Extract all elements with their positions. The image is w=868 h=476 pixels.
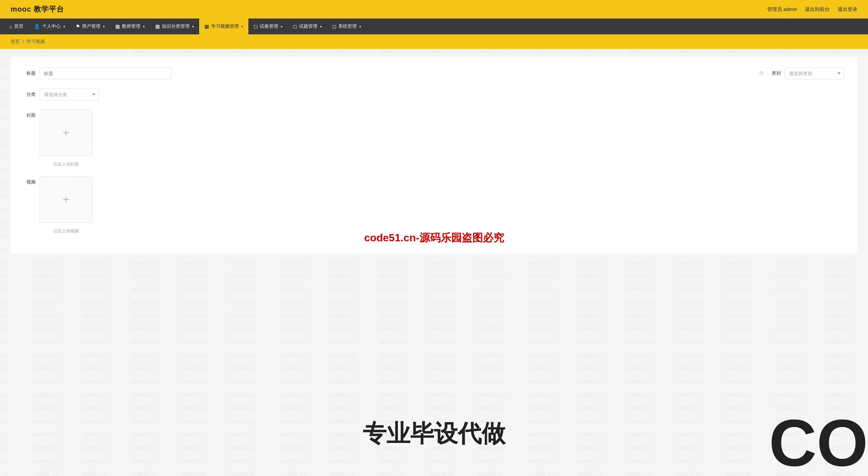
teacher-icon: ▦ bbox=[115, 24, 120, 29]
type-label: 类别 bbox=[769, 70, 781, 77]
breadcrumb-current: 学习视频 bbox=[26, 39, 45, 44]
form-card: 标题 ⏱ 类别 请选择类别 分类 请选择分类 封面 bbox=[10, 57, 858, 254]
type-select[interactable]: 请选择类别 bbox=[785, 67, 844, 79]
video-label: 视频 bbox=[24, 177, 36, 185]
cover-plus-icon: + bbox=[62, 127, 69, 139]
video-hint: 点击上传视频 bbox=[40, 228, 92, 234]
clock-icon: ⏱ bbox=[759, 71, 764, 76]
chevron-down-icon-5: ▾ bbox=[242, 25, 243, 28]
chevron-down-icon-4: ▾ bbox=[192, 25, 194, 28]
cover-upload-group: + 点击上传封面 bbox=[40, 110, 92, 167]
form-group-type: ⏱ 类别 请选择类别 bbox=[759, 67, 844, 79]
nav-label-questions: 试题管理 bbox=[299, 24, 317, 29]
nav-label-exam: 试卷管理 bbox=[259, 24, 278, 29]
breadcrumb-home[interactable]: 首页 bbox=[10, 39, 20, 44]
exam-icon: ◻ bbox=[254, 24, 258, 29]
form-group-category: 分类 请选择分类 bbox=[24, 89, 844, 100]
nav-item-knowledge[interactable]: ▦ 知识分类管理 ▾ bbox=[150, 19, 199, 34]
cover-upload-area[interactable]: + bbox=[40, 110, 92, 156]
nav-item-system[interactable]: ◻ 系统管理 ▾ bbox=[327, 19, 366, 34]
form-group-title: 标题 bbox=[24, 67, 746, 79]
nav-item-exam[interactable]: ◻ 试卷管理 ▾ bbox=[248, 19, 288, 34]
nav: ⌂ 首页 👤 个人中心 ▾ ⚑ 用户管理 ▾ ▦ 教师管理 ▾ ▦ 知识分类管理… bbox=[0, 19, 868, 34]
person-icon: 👤 bbox=[34, 24, 40, 29]
nav-label-system: 系统管理 bbox=[338, 24, 357, 29]
video-icon: ▦ bbox=[205, 24, 209, 29]
header-actions: 管理员 admin 退出到前台 退出登录 bbox=[767, 6, 858, 12]
exit-front-button[interactable]: 退出到前台 bbox=[805, 6, 830, 12]
cover-label: 封面 bbox=[24, 110, 36, 118]
logo: mooc 教学平台 bbox=[10, 4, 64, 14]
chevron-down-icon-6: ▾ bbox=[281, 25, 282, 28]
nav-label-personal: 个人中心 bbox=[42, 24, 61, 29]
breadcrumb-separator: / bbox=[23, 39, 24, 44]
main-content: 标题 ⏱ 类别 请选择类别 分类 请选择分类 封面 bbox=[0, 49, 868, 262]
video-plus-icon: + bbox=[62, 194, 69, 206]
nav-label-home: 首页 bbox=[14, 24, 24, 29]
nav-item-home[interactable]: ⌂ 首页 bbox=[4, 19, 29, 34]
questions-icon: ◻ bbox=[293, 24, 297, 29]
nav-item-questions[interactable]: ◻ 试题管理 ▾ bbox=[288, 19, 327, 34]
nav-item-personal[interactable]: 👤 个人中心 ▾ bbox=[29, 19, 70, 34]
nav-item-teachers[interactable]: ▦ 教师管理 ▾ bbox=[110, 19, 150, 34]
flag-icon: ⚑ bbox=[75, 24, 80, 29]
video-upload-area[interactable]: + bbox=[40, 177, 92, 223]
home-icon: ⌂ bbox=[9, 24, 12, 29]
co-text: CO bbox=[769, 410, 868, 476]
nav-label-teachers: 教师管理 bbox=[122, 24, 141, 29]
cover-section: 封面 + 点击上传封面 bbox=[24, 110, 844, 167]
nav-label-knowledge: 知识分类管理 bbox=[162, 24, 190, 29]
chevron-down-icon-7: ▾ bbox=[320, 25, 322, 28]
nav-item-video[interactable]: ▦ 学习视频管理 ▾ bbox=[199, 19, 248, 34]
breadcrumb: 首页 / 学习视频 bbox=[0, 34, 868, 49]
chevron-down-icon: ▾ bbox=[63, 25, 65, 28]
category-label: 分类 bbox=[24, 92, 36, 97]
nav-label-video: 学习视频管理 bbox=[211, 24, 239, 29]
header: mooc 教学平台 管理员 admin 退出到前台 退出登录 bbox=[0, 0, 868, 19]
chevron-down-icon-8: ▾ bbox=[359, 25, 361, 28]
admin-label: 管理员 admin bbox=[767, 6, 797, 12]
form-row-category: 分类 请选择分类 bbox=[24, 89, 844, 100]
chevron-down-icon-2: ▾ bbox=[103, 25, 105, 28]
video-upload-group: + 点击上传视频 bbox=[40, 177, 92, 234]
logout-button[interactable]: 退出登录 bbox=[838, 6, 858, 12]
cover-hint: 点击上传封面 bbox=[40, 161, 92, 167]
nav-label-users: 用户管理 bbox=[82, 24, 100, 29]
title-input[interactable] bbox=[40, 67, 172, 79]
nav-item-users[interactable]: ⚑ 用户管理 ▾ bbox=[70, 19, 110, 34]
system-icon: ◻ bbox=[332, 24, 336, 29]
knowledge-icon: ▦ bbox=[155, 24, 160, 29]
title-label: 标题 bbox=[24, 70, 36, 77]
category-select[interactable]: 请选择分类 bbox=[40, 89, 99, 100]
big-overlay-text: 专业毕设代做 bbox=[363, 418, 505, 450]
video-section: 视频 + 点击上传视频 bbox=[24, 177, 844, 234]
chevron-down-icon-3: ▾ bbox=[143, 25, 145, 28]
form-row-title-type: 标题 ⏱ 类别 请选择类别 bbox=[24, 67, 844, 79]
